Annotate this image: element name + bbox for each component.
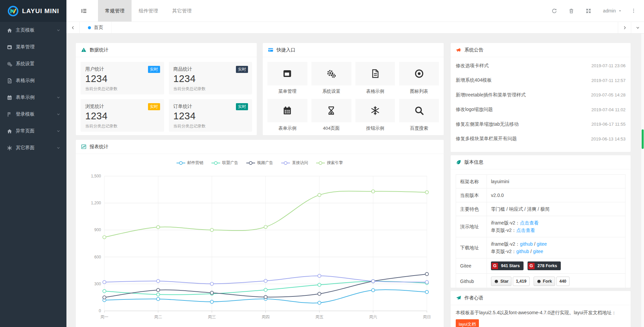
version-card-header: 版本信息 [451,155,631,169]
left-column: 数据统计 用户统计实时1234当前分类总记录数商品统计实时1234当前分类总记录… [76,43,444,327]
legend-item-邮件营销[interactable]: 邮件营销 [177,160,203,166]
file-icon [7,78,12,84]
sidebar: LAYUI MINI 主页模板菜单管理系统设置表格示例表单示例登录模板异常页面其… [0,0,66,327]
version-link[interactable]: github [516,249,529,254]
author-card-title: 作者心语 [464,295,483,301]
module-tab-组件管理[interactable]: 组件管理 [132,0,165,22]
quick-entry-label: 表格示例 [355,88,395,94]
announcements-card: 系统公告 修改选项卡样式2019-07-11 23:06新增系统404模板201… [451,43,631,152]
gitee-badge[interactable]: G941 Stars [491,261,524,270]
version-row-value: 零门槛 / 响应式 / 清爽 / 极简 [487,202,626,216]
quick-entry-系统设置[interactable]: 系统设置 [311,62,351,94]
layui-doc-badge[interactable]: layui文档 [456,319,479,327]
github-star-button[interactable]: Star [491,277,511,286]
announcement-row[interactable]: 修复左侧菜单缩放tab无法移动2019-06-17 11:55 [456,117,626,132]
file-icon [370,69,380,79]
tab-home[interactable]: 首页 [80,22,112,33]
quick-entry-表单示例[interactable]: 表单示例 [267,99,307,131]
expand-icon [586,8,591,14]
window-icon [7,44,12,50]
right-column: 系统公告 修改选项卡样式2019-07-11 23:06新增系统404模板201… [451,43,631,327]
file-iconbox [355,62,395,85]
report-card-title: 报表统计 [90,144,108,150]
legend-item-直接访问[interactable]: 直接访问 [281,160,308,166]
svg-text:1,200: 1,200 [91,201,101,205]
stat-value: 1234 [85,73,159,84]
version-row-Github: GithubStar1,419Fork440 [456,274,626,289]
refresh-button[interactable] [546,0,563,22]
announcement-title: 新增系统404模板 [456,77,492,83]
sidebar-item-登录模板[interactable]: 登录模板 [0,106,66,123]
version-link[interactable]: 点击查看 [516,228,535,233]
quick-entry-菜单管理[interactable]: 菜单管理 [267,62,307,94]
version-link[interactable]: gitee [533,249,543,254]
version-link[interactable]: gitee [537,241,547,247]
octocat-icon [537,279,541,284]
announcement-row[interactable]: 新增系统404模板2019-07-11 12:57 [456,73,626,88]
module-tab-常规管理[interactable]: 常规管理 [98,0,132,22]
github-fork-button[interactable]: Fork [534,277,555,286]
quick-entry-label: 菜单管理 [267,88,307,94]
stat-box-订单统计: 订单统计实时1234当前分类总记录数 [169,99,252,132]
sidebar-item-菜单管理[interactable]: 菜单管理 [0,39,66,55]
stat-box-用户统计: 用户统计实时1234当前分类总记录数 [81,62,164,94]
calendar-iconbox [267,99,307,122]
refresh-icon [551,8,557,14]
quick-entry-百度搜索[interactable]: 百度搜索 [399,99,439,131]
github-star-count[interactable]: 1,419 [513,277,529,286]
logo[interactable]: LAYUI MINI [0,0,66,22]
expand-button[interactable] [580,0,597,22]
user-menu[interactable]: admin [597,0,628,22]
quick-entry-404页面[interactable]: 404页面 [311,99,351,131]
username: admin [603,8,616,13]
legend-item-视频广告[interactable]: 视频广告 [246,160,273,166]
trash-button[interactable] [563,0,580,22]
sidebar-item-表格示例[interactable]: 表格示例 [0,72,66,89]
quick-entry-表格示例[interactable]: 表格示例 [355,62,395,94]
announcement-row[interactable]: 修改选项卡样式2019-07-11 23:06 [456,58,626,73]
tab-scroll-left-button[interactable] [66,22,80,33]
version-card-title: 版本信息 [464,159,483,165]
page-scrollbar-thumb[interactable] [642,129,644,149]
github-badge: Star1,419 [491,277,530,286]
announcement-date: 2019-07-11 12:57 [591,78,626,83]
version-link[interactable]: 点击查看 [520,220,539,226]
module-tab-其它管理[interactable]: 其它管理 [165,0,199,22]
hourglass-icon [326,106,336,116]
sidebar-item-表单示例[interactable]: 表单示例 [0,89,66,106]
version-row-下载地址: 下载地址iframe版-v2：github / gitee单页版-v2：gith… [456,237,626,258]
version-link[interactable]: github [520,241,533,247]
version-row-当前版本: 当前版本v2.0.0 [456,189,626,202]
announcement-row[interactable]: 修复多模块菜单栏展开有问题2019-06-13 14:53 [456,132,626,147]
announcement-row[interactable]: 修改logo缩放问题2019-07-04 11:02 [456,103,626,117]
legend-item-联盟广告[interactable]: 联盟广告 [211,160,238,166]
tab-operations-button[interactable] [631,22,644,33]
collapse-sidebar-button[interactable] [75,0,93,22]
tab-scroll-right-button[interactable] [618,22,631,33]
legend-item-搜索引擎[interactable]: 搜索引擎 [316,160,343,166]
svg-text:周五: 周五 [315,315,324,319]
gears-iconbox [311,62,351,85]
github-fork-count[interactable]: 440 [556,277,569,286]
trash-icon [568,8,574,14]
version-row-label: 主要特色 [456,202,487,216]
sidebar-item-主页模板[interactable]: 主页模板 [0,22,66,39]
svg-text:周一: 周一 [100,315,108,319]
sidebar-item-label: 表格示例 [16,78,35,84]
announcement-row[interactable]: 新增treetable插件和菜单管理样式2019-07-05 14:28 [456,88,626,103]
author-line1: 本模板基于layui2.5.4以及font-awesome-4.7.0进行实现。… [456,309,626,317]
sidebar-item-其它界面[interactable]: 其它界面 [0,139,66,156]
report-card: 报表统计 邮件营销 联盟广告 视频广告 直接访问 搜索引擎 0300600900… [76,140,444,327]
chevron-down-icon [636,26,640,30]
more-button[interactable] [628,0,639,22]
chevron-right-icon [623,26,627,30]
sidebar-item-系统设置[interactable]: 系统设置 [0,55,66,72]
quick-entry-按钮示例[interactable]: 按钮示例 [355,99,395,131]
version-body: 框架名称layuimini当前版本v2.0.0主要特色零门槛 / 响应式 / 清… [451,169,631,294]
sidebar-item-异常页面[interactable]: 异常页面 [0,123,66,139]
chevron-down-icon [56,28,60,32]
gitee-badge[interactable]: G278 Forks [528,261,561,270]
legend-label: 直接访问 [292,160,308,166]
gitee-badge-label: 278 Forks [535,262,560,270]
quick-entry-图标列表[interactable]: 图标列表 [399,62,439,94]
